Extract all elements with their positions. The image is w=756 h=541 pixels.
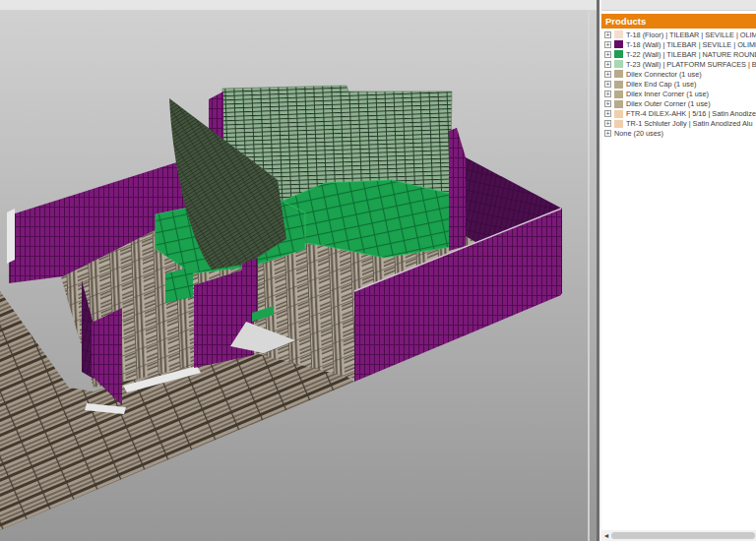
product-label: T-18 (Floor) | TILEBAR | SEVILLE | OLIMP [626,30,756,39]
product-swatch [614,100,623,108]
scrollbar-thumb[interactable] [611,532,755,539]
app-window: Products + T-18 (Floor) | TILEBAR | SEVI… [0,0,756,541]
product-row[interactable]: + T-23 (Wall) | PLATFORM SURFACES | BR [601,59,756,69]
products-title: Products [605,16,646,27]
product-label: Dilex Outer Corner (1 use) [626,99,711,108]
horizontal-scrollbar[interactable]: ◄ [601,530,756,541]
product-label: Dilex Inner Corner (1 use) [626,90,709,98]
product-label: T-23 (Wall) | PLATFORM SURFACES | BR [626,60,756,69]
expand-icon[interactable]: + [604,41,611,48]
panel-splitter-highlight [599,0,601,541]
expand-icon[interactable]: + [604,31,611,38]
viewport-3d[interactable] [0,0,598,541]
expand-icon[interactable]: + [604,90,611,97]
product-row[interactable]: + T-22 (Wall) | TILEBAR | NATURE ROUND [601,49,756,59]
product-label: None (20 uses) [614,129,663,138]
product-row[interactable]: + Dilex Connector (1 use) [601,69,756,79]
products-list: + T-18 (Floor) | TILEBAR | SEVILLE | OLI… [601,30,756,139]
product-label: T-22 (Wall) | TILEBAR | NATURE ROUND [626,50,756,59]
product-swatch [614,30,623,38]
product-label: T-18 (Wall) | TILEBAR | SEVILLE | OLIMPI [626,40,756,49]
scroll-left-icon[interactable]: ◄ [601,532,611,539]
product-swatch [614,81,623,89]
product-swatch [614,70,623,78]
products-header: Products [601,14,756,29]
wall-end-cap [7,209,15,264]
product-label: FTR-4 DILEX-AHK | 5/16 | Satin Anodize [626,109,756,118]
expand-icon[interactable]: + [604,110,611,117]
expand-icon[interactable]: + [604,130,611,137]
product-label: Dilex Connector (1 use) [626,70,702,79]
product-row[interactable]: + Dilex Inner Corner (1 use) [601,90,756,99]
product-label: Dilex End Cap (1 use) [626,80,696,89]
products-panel: Products + T-18 (Floor) | TILEBAR | SEVI… [601,0,756,541]
top-toolbar-strip [0,0,756,11]
product-swatch [614,60,623,68]
product-row[interactable]: + FTR-4 DILEX-AHK | 5/16 | Satin Anodize [601,109,756,119]
product-row[interactable]: + None (20 uses) [601,129,756,139]
product-swatch [614,40,623,48]
expand-icon[interactable]: + [604,51,611,58]
viewport-edge-highlight [588,10,590,541]
expand-icon[interactable]: + [604,61,611,68]
product-row[interactable]: + T-18 (Wall) | TILEBAR | SEVILLE | OLIM… [601,39,756,49]
expand-icon[interactable]: + [604,81,611,88]
product-row[interactable]: + Dilex Outer Corner (1 use) [601,99,756,109]
product-swatch [614,90,623,98]
expand-icon[interactable]: + [604,71,611,78]
expand-icon[interactable]: + [604,120,611,127]
product-row[interactable]: + TR-1 Schluter Jolly | Satin Anodized A… [601,119,756,129]
product-label: TR-1 Schluter Jolly | Satin Anodized Alu [626,119,752,128]
product-swatch [614,120,623,128]
product-row[interactable]: + Dilex End Cap (1 use) [601,79,756,89]
product-swatch [614,50,623,58]
product-row[interactable]: + T-18 (Floor) | TILEBAR | SEVILLE | OLI… [601,30,756,39]
expand-icon[interactable]: + [604,100,611,107]
product-swatch [614,110,623,118]
